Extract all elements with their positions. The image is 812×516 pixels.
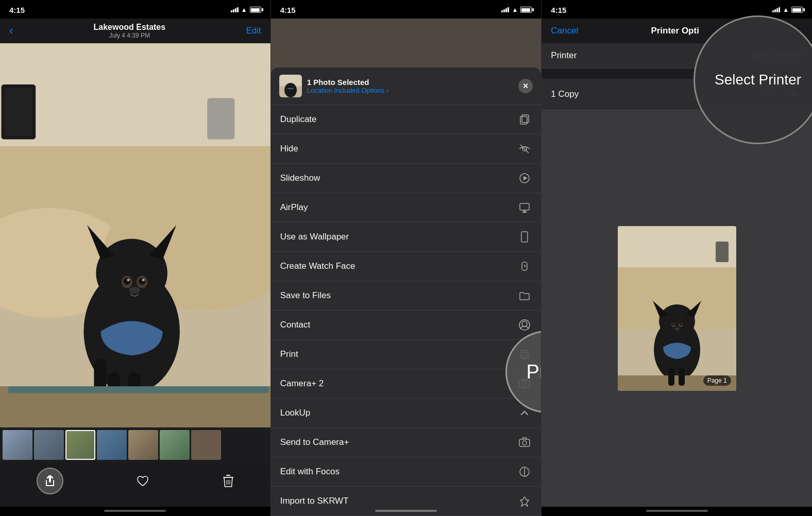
location-included-text: Location Included: [307, 87, 360, 94]
share-button[interactable]: [37, 468, 63, 494]
svg-rect-65: [668, 368, 674, 386]
skrwt-icon: [517, 494, 532, 508]
share-menu-focos[interactable]: Edit with Focos: [271, 457, 542, 487]
share-thumb: [279, 75, 302, 97]
status-icons-3: ▲: [772, 6, 803, 13]
thumb-7[interactable]: [191, 430, 221, 460]
skrwt-label: Import to SKRWT: [280, 496, 349, 506]
status-bar-3: 4:15 ▲: [542, 0, 812, 19]
dog-photo-svg-1: [0, 43, 270, 427]
svg-marker-36: [523, 176, 528, 180]
status-bar-1: 4:15 ▲: [0, 0, 270, 19]
sendcamera-icon: [517, 435, 532, 450]
share-menu-hide[interactable]: Hide: [271, 134, 542, 164]
svg-point-16: [127, 279, 129, 281]
share-thumb-image: [279, 75, 302, 97]
thumb-3[interactable]: [65, 430, 95, 460]
svg-line-34: [520, 145, 529, 153]
share-menu-watchface[interactable]: Create Watch Face: [271, 252, 542, 281]
watchface-label: Create Watch Face: [280, 261, 356, 271]
svg-rect-66: [679, 368, 685, 386]
phone1: 4:15 ▲ ‹ Lakewood Estates July 4 4:39 PM…: [0, 0, 270, 516]
share-location: Location Included Options ›: [307, 87, 514, 94]
time-1: 4:15: [9, 6, 25, 14]
home-indicator-2: [271, 507, 542, 516]
print-circle-label: Print: [527, 361, 542, 383]
wallpaper-label: Use as Wallpaper: [280, 232, 349, 242]
contact-label: Contact: [280, 320, 311, 330]
thumb-1[interactable]: [3, 430, 32, 460]
share-menu-wallpaper[interactable]: Use as Wallpaper: [271, 222, 542, 252]
svg-point-18: [129, 287, 140, 294]
back-button-1[interactable]: ‹: [9, 24, 13, 38]
airplay-label: AirPlay: [280, 202, 308, 213]
copy-row-label: 1 Copy: [551, 89, 579, 99]
select-printer-label: Select Printer: [715, 72, 801, 88]
thumb-2[interactable]: [34, 430, 64, 460]
time-2: 4:15: [280, 6, 296, 14]
album-title: Lakewood Estates: [94, 23, 166, 32]
hide-icon: [517, 142, 532, 156]
home-bar-3: [646, 510, 708, 512]
svg-point-30: [284, 83, 297, 97]
svg-rect-49: [519, 439, 530, 446]
share-menu-duplicate[interactable]: Duplicate: [271, 105, 542, 134]
home-indicator-3: [542, 507, 812, 516]
home-bar-1: [104, 510, 166, 512]
duplicate-icon: [517, 112, 532, 127]
thumb-6[interactable]: [160, 430, 190, 460]
svg-rect-63: [716, 242, 729, 262]
edit-button[interactable]: Edit: [246, 26, 261, 36]
share-menu-airplay[interactable]: AirPlay: [271, 193, 542, 222]
home-bar-2: [375, 510, 437, 512]
main-photo-1: [0, 43, 270, 427]
share-menu-savefiles[interactable]: Save to Files: [271, 281, 542, 311]
favorite-button[interactable]: [136, 474, 149, 488]
printer-row-label: Printer: [551, 50, 577, 61]
share-header-info: 1 Photo Selected Location Included Optio…: [307, 78, 514, 94]
share-menu-lookup[interactable]: LookUp: [271, 399, 542, 428]
focos-label: Edit with Focos: [280, 467, 340, 477]
cancel-button[interactable]: Cancel: [551, 26, 578, 36]
svg-point-14: [124, 278, 130, 285]
share-icon: [44, 475, 56, 487]
svg-point-43: [522, 321, 527, 326]
svg-rect-19: [207, 98, 234, 140]
svg-marker-52: [520, 497, 529, 506]
share-menu-camera2[interactable]: Camera+ 2: [271, 369, 542, 399]
share-menu-print[interactable]: Print: [271, 340, 542, 369]
wallpaper-icon: [517, 230, 532, 244]
savefiles-label: Save to Files: [280, 290, 331, 301]
battery-icon-3: [791, 7, 803, 13]
share-count: 1 Photo Selected: [307, 78, 514, 87]
svg-point-50: [522, 441, 527, 445]
time-3: 4:15: [551, 6, 566, 14]
svg-point-60: [672, 323, 674, 325]
share-menu-slideshow[interactable]: Slideshow: [271, 164, 542, 193]
phone3: 4:15 ▲ Cancel Printer Opti Printer Selec…: [542, 0, 812, 516]
svg-rect-39: [521, 232, 528, 242]
signal-icon-3: [772, 7, 780, 12]
focos-icon: [517, 465, 532, 479]
delete-button[interactable]: [223, 474, 234, 488]
printer-options-title: Printer Opti: [651, 26, 699, 36]
wifi-icon-1: ▲: [241, 6, 247, 13]
camera2-label: Camera+ 2: [280, 379, 324, 389]
print-label: Print: [280, 349, 298, 359]
battery-icon-1: [250, 7, 261, 13]
signal-icon-2: [501, 7, 509, 12]
printer-photo-preview: Page 1: [618, 226, 736, 391]
options-link[interactable]: Options ›: [361, 87, 388, 94]
airplay-icon: [517, 200, 532, 215]
thumb-5[interactable]: [128, 430, 158, 460]
share-sheet-header: 1 Photo Selected Location Included Optio…: [271, 67, 542, 105]
lookup-label: LookUp: [280, 408, 311, 418]
share-close-button[interactable]: ✕: [518, 79, 533, 93]
thumbnail-strip: [0, 427, 270, 462]
thumb-4[interactable]: [97, 430, 127, 460]
share-menu-contact[interactable]: Contact: [271, 311, 542, 340]
share-menu-sendcamera[interactable]: Send to Camera+: [271, 428, 542, 457]
trash-icon: [223, 474, 234, 488]
page-badge: Page 1: [703, 375, 731, 386]
album-subtitle: July 4 4:39 PM: [94, 32, 166, 39]
